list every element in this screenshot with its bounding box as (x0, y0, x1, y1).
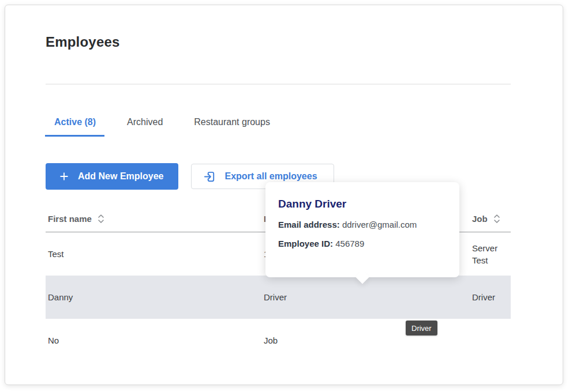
tab-restaurant-groups[interactable]: Restaurant groups (185, 117, 279, 137)
sort-chevrons-icon[interactable] (493, 214, 500, 224)
cell-last-name: Driver (261, 291, 470, 303)
cell-last-name: Job (261, 334, 470, 346)
export-all-employees-label: Export all employees (224, 171, 317, 182)
tab-archived[interactable]: Archived (118, 117, 171, 137)
table-row[interactable]: No Job (46, 319, 511, 362)
popover-employee-id-value: 456789 (335, 239, 364, 248)
job-hover-tooltip-text: Driver (411, 324, 432, 333)
add-new-employee-label: Add New Employee (78, 171, 163, 182)
export-arrow-icon (203, 170, 216, 183)
column-header-job[interactable]: Job (470, 214, 511, 224)
cell-first-name: Danny (46, 291, 261, 303)
employee-details-popover: Danny Driver Email address: ddriver@gmai… (265, 182, 459, 277)
cell-first-name: No (46, 334, 261, 346)
plus-icon (58, 171, 70, 182)
popover-employee-id-line: Employee ID: 456789 (278, 239, 447, 248)
page-title: Employees (46, 34, 511, 50)
popover-employee-id-label: Employee ID: (278, 239, 333, 248)
sort-chevrons-icon[interactable] (98, 214, 104, 224)
column-header-first-name[interactable]: First name (46, 214, 261, 224)
cell-job: Server Test (470, 242, 511, 266)
popover-employee-name: Danny Driver (278, 198, 447, 210)
add-new-employee-button[interactable]: Add New Employee (46, 163, 178, 190)
column-header-job-label: Job (472, 214, 488, 224)
title-divider (46, 84, 511, 85)
cell-job: Driver (470, 291, 511, 303)
tab-active[interactable]: Active (8) (45, 117, 104, 137)
column-header-first-name-label: First name (48, 214, 92, 224)
popover-email-value: ddriver@gmail.com (342, 220, 417, 229)
popover-email-line: Email address: ddriver@gmail.com (278, 220, 447, 229)
popover-email-label: Email address: (278, 220, 340, 229)
job-hover-tooltip: Driver (406, 321, 437, 336)
tab-bar: Active (8) Archived Restaurant groups (46, 117, 511, 137)
table-row-highlighted[interactable]: Danny Driver Driver (46, 276, 511, 319)
cell-first-name: Test (46, 248, 261, 260)
